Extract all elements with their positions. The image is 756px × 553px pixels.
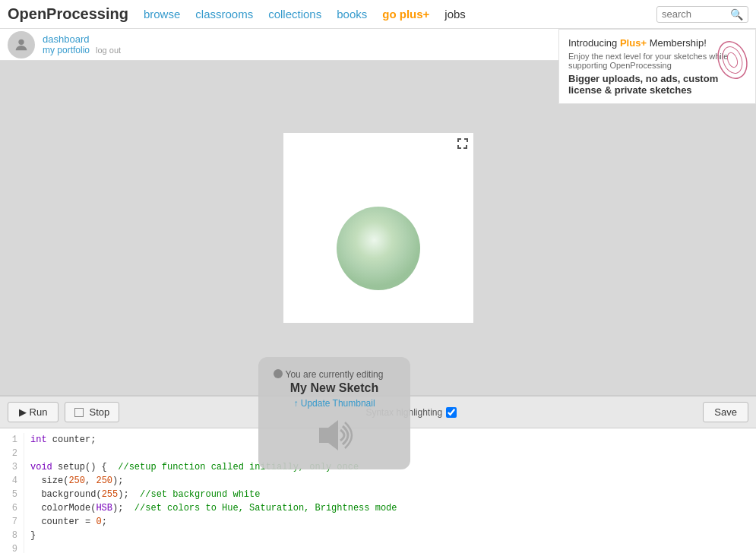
svg-point-3 <box>726 52 739 69</box>
ad-image <box>713 37 751 75</box>
toolbar: ▶ Run Stop You are currently editing My … <box>0 395 756 428</box>
svg-marker-6 <box>319 420 338 450</box>
logo[interactable]: OpenProcessing <box>8 5 128 23</box>
svg-point-5 <box>337 207 420 290</box>
run-button[interactable]: ▶ Run <box>8 402 59 422</box>
canvas-container <box>283 133 473 323</box>
main-area <box>0 61 756 395</box>
update-thumbnail-link[interactable]: ↑ Update Thumbnail <box>293 398 375 409</box>
svg-point-0 <box>18 39 24 44</box>
dashboard-link[interactable]: dashboard <box>43 33 121 45</box>
code-line: 4 size(250, 250); <box>0 474 756 488</box>
nav-collections[interactable]: collections <box>268 8 321 21</box>
user-bar: dashboard my portfolio log out Introduci… <box>0 29 756 61</box>
fullscreen-button[interactable] <box>457 137 469 153</box>
sketch-status-dot <box>274 369 283 378</box>
code-line: 5 background(255); //set background whit… <box>0 488 756 501</box>
code-line: 8 } <box>0 529 756 542</box>
save-button[interactable]: Save <box>703 402 748 422</box>
portfolio-link[interactable]: my portfolio <box>43 45 90 55</box>
nav-classrooms[interactable]: classrooms <box>195 8 253 21</box>
header: OpenProcessing browse classrooms collect… <box>0 0 756 29</box>
volume-icon-area <box>312 416 357 457</box>
editing-label: You are currently editing <box>286 369 384 380</box>
nav-jobs[interactable]: jobs <box>444 8 466 21</box>
code-line: 6 colorMode(HSB); //set colors to Hue, S… <box>0 501 756 515</box>
stop-checkbox-icon <box>74 408 84 417</box>
nav-books[interactable]: books <box>337 8 367 21</box>
sketch-overlay: You are currently editing My New Sketch … <box>258 357 410 469</box>
code-line: 7 counter = 0; <box>0 515 756 529</box>
svg-point-1 <box>713 37 751 82</box>
code-line: 9 <box>0 542 756 553</box>
ad-banner: Introducing Plus+ Membership! Enjoy the … <box>558 29 756 104</box>
sketch-canvas <box>283 133 473 323</box>
search-input[interactable] <box>662 8 730 20</box>
nav: browse classrooms collections books go p… <box>144 8 656 21</box>
nav-browse[interactable]: browse <box>144 8 180 21</box>
sketch-name: My New Sketch <box>290 381 378 395</box>
user-info: dashboard my portfolio log out <box>43 33 121 55</box>
search-icon: 🔍 <box>730 8 743 21</box>
avatar <box>8 31 35 58</box>
syntax-checkbox[interactable] <box>446 407 457 418</box>
nav-go-plus[interactable]: go plus+ <box>382 8 429 21</box>
search-box: 🔍 <box>656 6 748 23</box>
stop-button[interactable]: Stop <box>65 402 119 422</box>
logout-link[interactable]: log out <box>96 46 121 55</box>
